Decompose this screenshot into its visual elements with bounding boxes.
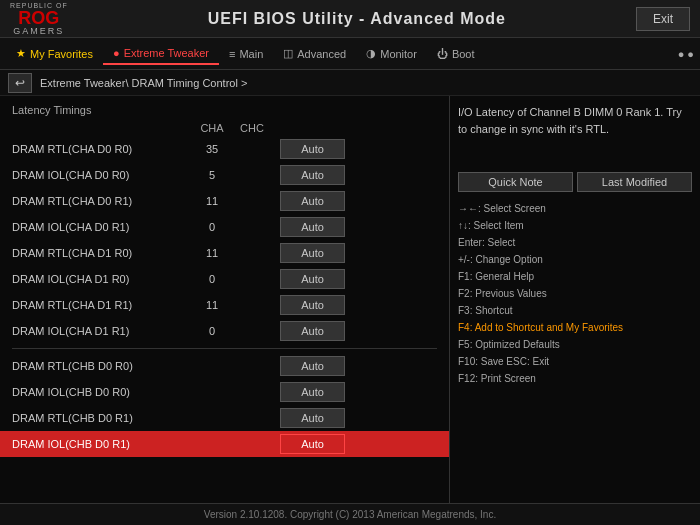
nav-dots: ● ● xyxy=(678,48,694,60)
row-label: DRAM RTL(CHA D0 R0) xyxy=(12,143,192,155)
table-row[interactable]: DRAM RTL(CHB D0 R0) Auto xyxy=(0,353,449,379)
tab-favorites-label: My Favorites xyxy=(30,48,93,60)
table-row[interactable]: DRAM RTL(CHA D0 R1) 11 Auto xyxy=(0,188,449,214)
tab-advanced[interactable]: ◫ Advanced xyxy=(273,43,356,64)
auto-button-selected[interactable]: Auto xyxy=(280,434,345,454)
extreme-tweaker-icon: ● xyxy=(113,47,120,59)
table-row[interactable]: DRAM IOL(CHA D0 R1) 0 Auto xyxy=(0,214,449,240)
row-cha: 5 xyxy=(192,169,232,181)
tab-advanced-label: Advanced xyxy=(297,48,346,60)
row-btn-container: Auto xyxy=(280,434,350,454)
shortcuts-panel: →←: Select Screen ↑↓: Select Item Enter:… xyxy=(458,200,692,387)
header: REPUBLIC OF ROG GAMERS UEFI BIOS Utility… xyxy=(0,0,700,38)
auto-button[interactable]: Auto xyxy=(280,269,345,289)
shortcut-item: Enter: Select xyxy=(458,234,692,251)
row-label: DRAM RTL(CHA D1 R1) xyxy=(12,299,192,311)
auto-button[interactable]: Auto xyxy=(280,321,345,341)
shortcut-item-highlight: F4: Add to Shortcut and My Favorites xyxy=(458,319,692,336)
col-header-cha: CHA xyxy=(192,122,232,134)
shortcut-item: F5: Optimized Defaults xyxy=(458,336,692,353)
col-header-chc: CHC xyxy=(232,122,272,134)
header-title: UEFI BIOS Utility - Advanced Mode xyxy=(78,10,636,28)
row-label: DRAM IOL(CHA D1 R0) xyxy=(12,273,192,285)
shortcut-item: F1: General Help xyxy=(458,268,692,285)
row-label: DRAM RTL(CHA D0 R1) xyxy=(12,195,192,207)
row-label: DRAM IOL(CHB D0 R0) xyxy=(12,386,192,398)
row-label: DRAM IOL(CHA D0 R1) xyxy=(12,221,192,233)
boot-icon: ⏻ xyxy=(437,48,448,60)
breadcrumb: ↩ Extreme Tweaker\ DRAM Timing Control > xyxy=(0,70,700,96)
footer: Version 2.10.1208. Copyright (C) 2013 Am… xyxy=(0,503,700,525)
table-row[interactable]: DRAM IOL(CHA D0 R0) 5 Auto xyxy=(0,162,449,188)
left-panel: Latency Timings CHA CHC DRAM RTL(CHA D0 … xyxy=(0,96,450,503)
row-btn-container: Auto xyxy=(280,191,350,211)
table-row[interactable]: DRAM IOL(CHA D1 R0) 0 Auto xyxy=(0,266,449,292)
shortcut-item: +/-: Change Option xyxy=(458,251,692,268)
table-row[interactable]: DRAM RTL(CHA D1 R0) 11 Auto xyxy=(0,240,449,266)
row-cha: 0 xyxy=(192,221,232,233)
right-panel: I/O Latency of Channel B DIMM 0 Rank 1. … xyxy=(450,96,700,503)
tab-monitor[interactable]: ◑ Monitor xyxy=(356,43,427,64)
tab-favorites[interactable]: ★ My Favorites xyxy=(6,43,103,64)
table-row[interactable]: DRAM RTL(CHA D0 R0) 35 Auto xyxy=(0,136,449,162)
row-cha: 11 xyxy=(192,247,232,259)
shortcut-item: F10: Save ESC: Exit xyxy=(458,353,692,370)
table-row[interactable]: DRAM RTL(CHA D1 R1) 11 Auto xyxy=(0,292,449,318)
auto-button[interactable]: Auto xyxy=(280,408,345,428)
monitor-icon: ◑ xyxy=(366,47,376,60)
breadcrumb-path: Extreme Tweaker\ DRAM Timing Control > xyxy=(40,77,247,89)
shortcut-item: ↑↓: Select Item xyxy=(458,217,692,234)
row-label: DRAM RTL(CHB D0 R1) xyxy=(12,412,192,424)
main-icon: ≡ xyxy=(229,48,235,60)
breadcrumb-back-button[interactable]: ↩ xyxy=(8,73,32,93)
row-cha: 0 xyxy=(192,273,232,285)
row-label: DRAM RTL(CHB D0 R0) xyxy=(12,360,192,372)
tab-main[interactable]: ≡ Main xyxy=(219,44,273,64)
row-btn-container: Auto xyxy=(280,382,350,402)
rog-icon: ROG xyxy=(18,9,59,27)
auto-button[interactable]: Auto xyxy=(280,356,345,376)
row-cha: 0 xyxy=(192,325,232,337)
table-row[interactable]: DRAM IOL(CHA D1 R1) 0 Auto xyxy=(0,318,449,344)
tab-monitor-label: Monitor xyxy=(380,48,417,60)
auto-button[interactable]: Auto xyxy=(280,191,345,211)
divider xyxy=(12,348,437,349)
col-headers: CHA CHC xyxy=(0,120,449,136)
row-label: DRAM IOL(CHA D1 R1) xyxy=(12,325,192,337)
tab-main-label: Main xyxy=(239,48,263,60)
section-label: Latency Timings xyxy=(0,102,449,118)
auto-button[interactable]: Auto xyxy=(280,217,345,237)
shortcut-item: F12: Print Screen xyxy=(458,370,692,387)
auto-button[interactable]: Auto xyxy=(280,295,345,315)
auto-button[interactable]: Auto xyxy=(280,165,345,185)
auto-button[interactable]: Auto xyxy=(280,382,345,402)
main-layout: Latency Timings CHA CHC DRAM RTL(CHA D0 … xyxy=(0,96,700,503)
advanced-icon: ◫ xyxy=(283,47,293,60)
auto-button[interactable]: Auto xyxy=(280,139,345,159)
row-btn-container: Auto xyxy=(280,217,350,237)
row-label: DRAM IOL(CHA D0 R0) xyxy=(12,169,192,181)
shortcut-item: F2: Previous Values xyxy=(458,285,692,302)
row-btn-container: Auto xyxy=(280,165,350,185)
row-cha: 35 xyxy=(192,143,232,155)
row-cha: 11 xyxy=(192,299,232,311)
quick-note-button[interactable]: Quick Note xyxy=(458,172,573,192)
tab-boot-label: Boot xyxy=(452,48,475,60)
row-btn-container: Auto xyxy=(280,269,350,289)
last-modified-button[interactable]: Last Modified xyxy=(577,172,692,192)
logo-bottom: GAMERS xyxy=(13,27,64,36)
table-row[interactable]: DRAM RTL(CHB D0 R1) Auto xyxy=(0,405,449,431)
row-btn-container: Auto xyxy=(280,321,350,341)
shortcut-item: →←: Select Screen xyxy=(458,200,692,217)
auto-button[interactable]: Auto xyxy=(280,243,345,263)
row-btn-container: Auto xyxy=(280,243,350,263)
tab-extreme-tweaker[interactable]: ● Extreme Tweaker xyxy=(103,43,219,65)
description-box: I/O Latency of Channel B DIMM 0 Rank 1. … xyxy=(458,104,692,164)
row-cha: 11 xyxy=(192,195,232,207)
row-btn-container: Auto xyxy=(280,408,350,428)
tab-boot[interactable]: ⏻ Boot xyxy=(427,44,485,64)
table-row[interactable]: DRAM IOL(CHB D0 R0) Auto xyxy=(0,379,449,405)
exit-button[interactable]: Exit xyxy=(636,7,690,31)
table-row-selected[interactable]: DRAM IOL(CHB D0 R1) Auto xyxy=(0,431,449,457)
row-label: DRAM IOL(CHB D0 R1) xyxy=(12,438,192,450)
